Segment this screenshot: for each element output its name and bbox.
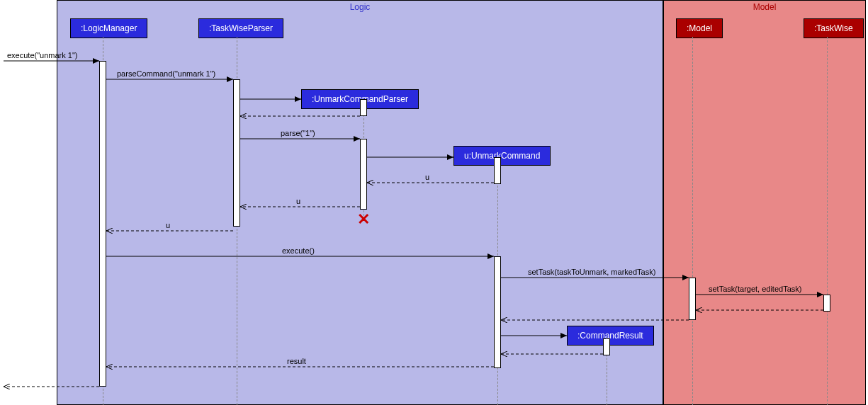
msg-execute1: execute("unmark 1") [7,51,78,59]
participant-command-result: :CommandResult [567,326,654,346]
msg-execute2: execute() [282,246,315,255]
msg-settask2: setTask(target, editedTask) [709,285,801,293]
participant-taskwise: :TaskWise [804,18,864,38]
activation-unmark-command-parser-1 [360,99,367,116]
model-frame: Model [663,0,866,405]
participant-model: :Model [676,18,723,38]
msg-return-u2: u [296,197,300,205]
msg-parse-command: parseCommand("unmark 1") [117,69,215,78]
msg-return-u3: u [166,221,170,229]
activation-unmark-command-2 [494,256,501,368]
lifeline-model [692,37,693,405]
destroy-icon: ✕ [357,210,370,229]
model-frame-label: Model [749,1,781,13]
msg-return-u1: u [425,173,429,181]
participant-logic-manager: :LogicManager [70,18,147,38]
activation-unmark-command-1 [494,157,501,184]
activation-taskwise [823,295,830,312]
participant-unmark-command: u:UnmarkCommand [453,146,551,166]
lifeline-taskwise [827,37,828,405]
activation-taskwise-parser [233,79,240,227]
activation-command-result [603,338,610,355]
activation-model [689,278,696,320]
activation-logic-manager [99,61,106,387]
msg-parse1: parse("1") [281,129,315,137]
msg-result: result [287,357,306,365]
participant-taskwise-parser: :TaskWiseParser [198,18,283,38]
logic-frame-label: Logic [346,1,375,13]
msg-settask1: setTask(taskToUnmark, markedTask) [528,268,655,276]
activation-unmark-command-parser-2 [360,139,367,210]
